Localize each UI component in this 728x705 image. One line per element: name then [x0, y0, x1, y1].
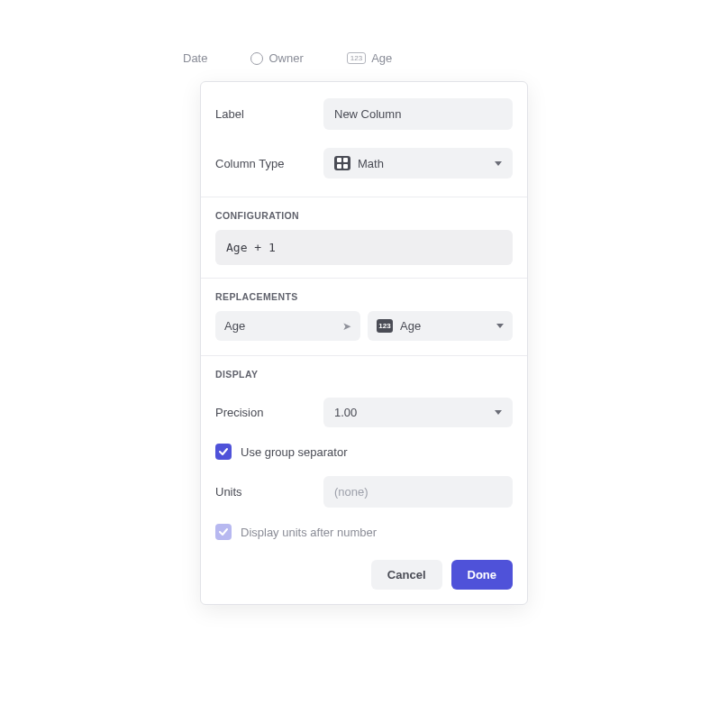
column-type-value: Math	[358, 157, 384, 170]
replacement-target-label: Age	[400, 319, 421, 333]
date-label: Date	[183, 51, 207, 65]
units-row: Units	[201, 467, 527, 517]
units-input[interactable]	[323, 476, 513, 508]
precision-label: Precision	[215, 406, 323, 419]
display-units-after-checkbox[interactable]	[215, 524, 232, 540]
column-config-popover: Date Owner 123 Age Label Column Type	[200, 81, 528, 605]
table-header-date: Date	[183, 51, 207, 65]
svg-rect-0	[337, 158, 341, 162]
column-type-select[interactable]: Math	[323, 148, 513, 179]
label-input[interactable]	[323, 98, 513, 130]
label-field-label: Label	[215, 107, 323, 121]
math-icon	[334, 156, 350, 170]
column-type-row: Column Type Math	[201, 139, 527, 188]
chevron-down-icon	[496, 324, 504, 328]
replacement-source: Age ➤	[215, 311, 360, 341]
chevron-down-icon	[495, 161, 502, 166]
owner-label: Owner	[268, 51, 303, 65]
table-header-age: 123 Age	[347, 51, 393, 65]
table-header-row: Date Owner 123 Age	[183, 51, 545, 65]
replacements-header: REPLACEMENTS	[201, 279, 527, 311]
owner-icon	[250, 52, 263, 65]
age-label: Age	[371, 51, 392, 65]
svg-rect-3	[343, 164, 348, 169]
svg-rect-1	[343, 158, 348, 162]
cancel-button[interactable]: Cancel	[371, 560, 442, 590]
configuration-header: CONFIGURATION	[201, 197, 527, 230]
label-field-row: Label	[201, 82, 527, 139]
group-separator-row: Use group separator	[201, 436, 527, 467]
svg-rect-2	[337, 164, 341, 169]
number-icon: 123	[347, 52, 366, 64]
replacements-row: Age ➤ 123 Age	[215, 311, 513, 341]
arrow-right-icon: ➤	[342, 320, 351, 333]
display-units-after-row: Display units after number	[201, 517, 527, 547]
units-label: Units	[215, 485, 323, 499]
display-header: DISPLAY	[201, 356, 527, 389]
number-type-icon: 123	[377, 319, 393, 333]
replacement-source-label: Age	[224, 319, 245, 333]
precision-select[interactable]: 1.00	[323, 398, 513, 427]
precision-row: Precision 1.00	[201, 389, 527, 436]
group-separator-checkbox[interactable]	[215, 444, 232, 460]
group-separator-label: Use group separator	[241, 445, 348, 459]
column-type-label: Column Type	[215, 157, 323, 170]
expression-input[interactable]: Age + 1	[215, 230, 513, 265]
display-units-after-label: Display units after number	[241, 526, 377, 539]
replacement-target-select[interactable]: 123 Age	[368, 311, 513, 341]
precision-value: 1.00	[334, 406, 357, 419]
footer: Cancel Done	[201, 547, 527, 604]
table-header-owner: Owner	[250, 51, 303, 65]
chevron-down-icon	[495, 410, 502, 415]
done-button[interactable]: Done	[451, 560, 514, 590]
